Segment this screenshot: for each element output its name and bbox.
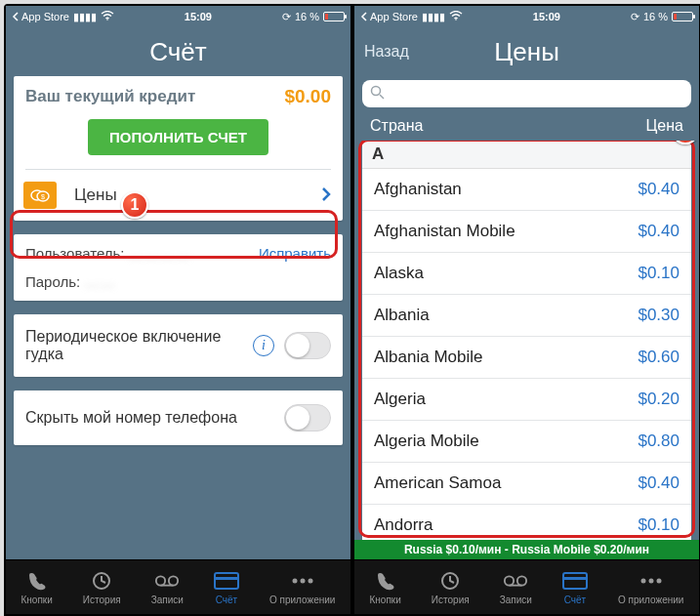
credit-amount: $0.00 xyxy=(284,86,331,107)
search-icon xyxy=(370,85,385,103)
prices-label: Цены xyxy=(74,185,321,205)
clock: 15:09 xyxy=(185,11,212,22)
credit-card: Ваш текущий кредит $0.00 ПОПОЛНИТЬ СЧЕТ … xyxy=(14,76,343,221)
chevron-left-icon xyxy=(12,12,20,21)
svg-point-5 xyxy=(156,576,165,585)
svg-point-22 xyxy=(640,578,645,583)
tab-bar: Кнопки История Записи Счёт О приложении xyxy=(6,559,350,614)
wifi-icon xyxy=(449,11,463,22)
svg-text:$: $ xyxy=(41,193,45,200)
price-list[interactable]: A Afghanistan$0.40 Afghanistan Mobile$0.… xyxy=(362,141,691,540)
card-icon xyxy=(214,570,239,592)
orientation-lock-icon: ⟳ xyxy=(631,11,639,23)
tab-bar: Кнопки История Записи Счёт О приложении xyxy=(354,559,699,614)
clock: 15:09 xyxy=(533,11,560,22)
password-label: Пароль: xyxy=(25,273,80,290)
tab-keypad[interactable]: Кнопки xyxy=(21,570,53,605)
signal-icon: ▮▮▮▮ xyxy=(73,11,97,23)
chevron-left-icon xyxy=(360,12,368,21)
tab-history[interactable]: История xyxy=(83,570,121,605)
tab-about[interactable]: О приложении xyxy=(618,570,683,605)
list-item[interactable]: Algeria$0.20 xyxy=(362,379,691,421)
info-icon[interactable]: i xyxy=(253,335,274,356)
more-icon xyxy=(638,570,664,592)
list-item[interactable]: American Samoa$0.40 xyxy=(362,463,691,505)
tab-recordings[interactable]: Записи xyxy=(500,570,532,605)
tab-history[interactable]: История xyxy=(432,570,470,605)
orientation-lock-icon: ⟳ xyxy=(282,11,291,23)
clock-icon xyxy=(437,570,463,592)
chevron-right-icon xyxy=(321,185,331,207)
svg-point-13 xyxy=(455,19,457,21)
hide-number-row: Скрыть мой номер телефона xyxy=(14,390,343,445)
clock-icon xyxy=(89,570,114,592)
battery-pct: 16 % xyxy=(295,11,319,22)
battery-icon xyxy=(323,12,345,21)
user-label: Пользователь: xyxy=(25,245,125,262)
coins-icon: $ xyxy=(23,182,57,209)
voicemail-icon xyxy=(154,570,180,592)
list-item[interactable]: Afghanistan$0.40 xyxy=(362,169,691,211)
more-icon xyxy=(290,570,315,592)
th-country: Страна xyxy=(370,117,423,135)
svg-point-14 xyxy=(372,87,381,96)
hide-number-toggle[interactable] xyxy=(284,404,331,431)
topup-button[interactable]: ПОПОЛНИТЬ СЧЕТ xyxy=(88,119,268,155)
svg-point-11 xyxy=(300,578,305,583)
svg-rect-21 xyxy=(563,577,587,580)
page-title: Цены xyxy=(494,37,559,67)
phone-icon xyxy=(373,570,398,592)
svg-point-6 xyxy=(169,576,178,585)
svg-point-12 xyxy=(308,578,312,583)
phone-icon xyxy=(24,570,50,592)
signal-icon: ▮▮▮▮ xyxy=(422,11,445,23)
svg-rect-9 xyxy=(215,577,238,580)
list-item[interactable]: Alaska$0.10 xyxy=(362,253,691,295)
list-item[interactable]: Albania$0.30 xyxy=(362,295,691,337)
svg-point-10 xyxy=(292,578,297,583)
tab-keypad[interactable]: Кнопки xyxy=(370,570,401,605)
list-item[interactable]: Albania Mobile$0.60 xyxy=(362,337,691,379)
password-value: …… xyxy=(84,273,115,290)
section-header: A xyxy=(362,141,691,169)
back-button[interactable]: Назад xyxy=(364,43,409,61)
list-item[interactable]: Andorra$0.10 xyxy=(362,505,691,540)
tab-about[interactable]: О приложении xyxy=(269,570,335,605)
prices-row[interactable]: $ Цены xyxy=(25,169,331,221)
navbar: Счёт xyxy=(6,27,350,76)
credit-label: Ваш текущий кредит xyxy=(25,87,195,106)
edit-button[interactable]: Исправить xyxy=(259,245,331,262)
rates-ticker: Russia $0.10/мин - Russia Mobile $0.20/м… xyxy=(354,540,699,559)
status-bar: App Store ▮▮▮▮ 15:09 ⟳ 16 % xyxy=(354,6,699,27)
svg-line-15 xyxy=(380,95,384,99)
svg-rect-20 xyxy=(563,573,587,589)
battery-icon xyxy=(672,12,693,21)
search-input[interactable] xyxy=(391,85,683,103)
page-title: Счёт xyxy=(149,37,206,67)
tab-account[interactable]: Счёт xyxy=(214,570,239,605)
navbar: Назад Цены xyxy=(354,27,699,76)
svg-rect-8 xyxy=(215,573,238,589)
search-field[interactable] xyxy=(362,80,691,107)
svg-point-17 xyxy=(505,576,514,585)
battery-pct: 16 % xyxy=(643,11,668,22)
tab-recordings[interactable]: Записи xyxy=(151,570,184,605)
list-item[interactable]: Algeria Mobile$0.80 xyxy=(362,421,691,463)
hide-number-label: Скрыть мой номер телефона xyxy=(25,409,274,427)
th-price: Цена xyxy=(646,117,683,135)
tab-account[interactable]: Счёт xyxy=(562,570,588,605)
back-to-appstore[interactable]: App Store xyxy=(12,11,69,22)
user-card: Пользователь: ………… Исправить Пароль: …… xyxy=(14,234,343,301)
user-value: ………… xyxy=(129,245,191,262)
status-bar: App Store ▮▮▮▮ 15:09 ⟳ 16 % xyxy=(6,6,350,27)
ringback-label: Периодическое включение гудка xyxy=(25,328,243,363)
svg-point-24 xyxy=(656,578,661,583)
table-header: Страна Цена xyxy=(354,113,699,141)
back-to-appstore[interactable]: App Store xyxy=(360,11,418,22)
card-icon xyxy=(562,570,588,592)
svg-point-23 xyxy=(648,578,653,583)
ringback-row: Периодическое включение гудка i xyxy=(14,314,343,377)
ringback-toggle[interactable] xyxy=(284,332,331,359)
wifi-icon xyxy=(101,11,114,22)
list-item[interactable]: Afghanistan Mobile$0.40 xyxy=(362,211,691,253)
